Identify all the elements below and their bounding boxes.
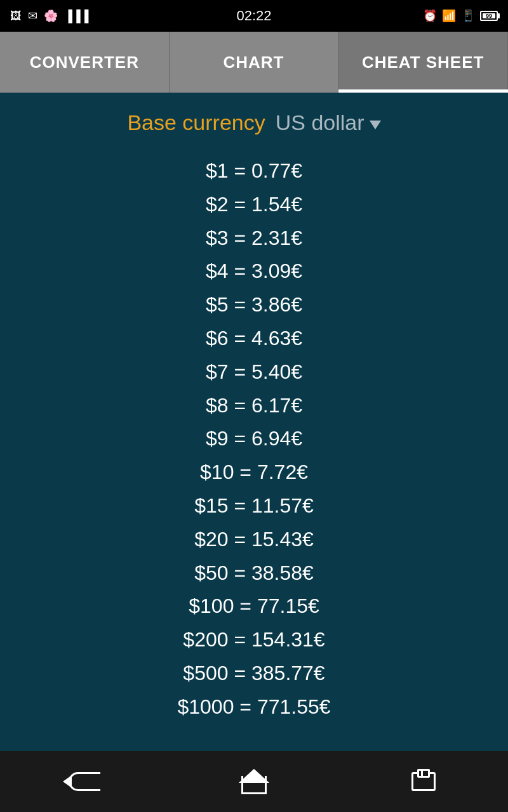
tab-converter[interactable]: CONVERTER [0, 32, 170, 93]
conversion-row: $7 = 5.40€ [0, 355, 508, 389]
battery-icon: 99 [480, 11, 498, 21]
conversion-row: $100 = 77.15€ [0, 589, 508, 623]
currency-selector[interactable]: US dollar [276, 110, 381, 135]
tab-chart[interactable]: CHART [170, 32, 339, 93]
status-time: 02:22 [236, 8, 271, 24]
tab-cheat-sheet[interactable]: CHEAT SHEET [338, 32, 508, 93]
home-icon [241, 769, 267, 794]
base-currency-label: Base currency [127, 110, 265, 135]
conversion-row: $20 = 15.43€ [0, 523, 508, 556]
conversion-row: $15 = 11.57€ [0, 489, 508, 523]
conversion-row: $4 = 3.09€ [0, 254, 508, 288]
conversion-row: $1000 = 771.55€ [0, 690, 508, 724]
conversion-row: $9 = 6.94€ [0, 422, 508, 455]
tab-bar: CONVERTER CHART CHEAT SHEET [0, 32, 508, 93]
conversion-row: $500 = 385.77€ [0, 657, 508, 690]
conversion-row: $50 = 38.58€ [0, 556, 508, 590]
photo-icon: 🖼 [10, 10, 22, 23]
status-bar: 🖼 ✉ 🌸 ▐▐▐ 02:22 ⏰ 📶 📱 99 [0, 0, 508, 32]
conversion-row: $200 = 154.31€ [0, 623, 508, 657]
conversion-row: $2 = 1.54€ [0, 188, 508, 221]
alarm-icon: ⏰ [423, 9, 437, 23]
conversion-row: $5 = 3.86€ [0, 288, 508, 322]
dropdown-arrow-icon [370, 121, 381, 129]
heart-icon: 🌸 [44, 9, 58, 23]
conversion-row: $8 = 6.17€ [0, 389, 508, 422]
back-icon [69, 772, 100, 791]
back-button[interactable] [59, 763, 110, 801]
main-content: Base currency US dollar $1 = 0.77€$2 = 1… [0, 93, 508, 751]
home-button[interactable] [229, 763, 279, 801]
conversion-row: $1 = 0.77€ [0, 154, 508, 188]
conversion-list: $1 = 0.77€$2 = 1.54€$3 = 2.31€$4 = 3.09€… [0, 148, 508, 751]
conversion-row: $10 = 7.72€ [0, 455, 508, 489]
currency-header: Base currency US dollar [0, 93, 508, 148]
status-left-icons: 🖼 ✉ 🌸 ▐▐▐ [10, 9, 88, 23]
conversion-row: $3 = 2.31€ [0, 221, 508, 255]
conversion-row: $6 = 4.63€ [0, 322, 508, 355]
bottom-nav [0, 751, 508, 812]
recents-button[interactable] [398, 763, 449, 801]
tab-active-indicator [338, 89, 508, 93]
currency-name: US dollar [276, 110, 364, 135]
bars-icon: ▐▐▐ [64, 10, 88, 23]
signal-icon: 📱 [461, 9, 475, 23]
mail-icon: ✉ [28, 9, 37, 23]
wifi-icon: 📶 [442, 9, 456, 23]
recents-icon [411, 772, 436, 791]
status-right-icons: ⏰ 📶 📱 99 [423, 9, 498, 23]
